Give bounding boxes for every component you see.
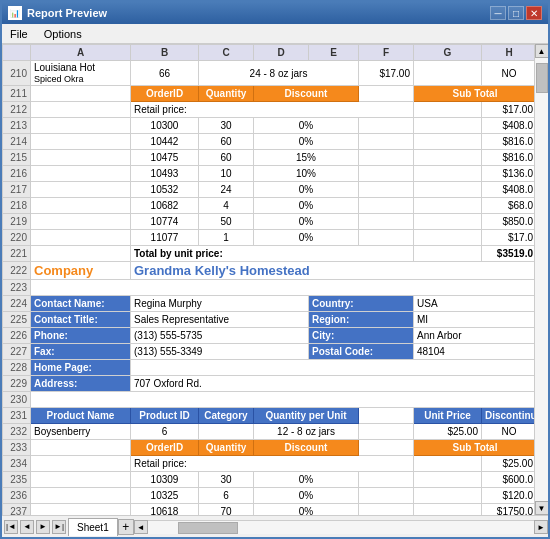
table-row: 221 Total by unit price: $3519.0 bbox=[3, 246, 535, 262]
table-row: 217 10532 24 0% $408.0 bbox=[3, 182, 535, 198]
table-row: 235 10309 30 0% $600.0 bbox=[3, 472, 535, 488]
table-row: 219 10774 50 0% $850.0 bbox=[3, 214, 535, 230]
first-sheet-button[interactable]: |◄ bbox=[4, 520, 18, 534]
table-row: 226 Phone: (313) 555-5735 City: Ann Arbo… bbox=[3, 328, 535, 344]
table-row: 215 10475 60 15% $816.0 bbox=[3, 150, 535, 166]
table-row: 237 10618 70 0% $1750.0 bbox=[3, 504, 535, 516]
table-row: 230 bbox=[3, 392, 535, 408]
menu-bar: File Options bbox=[2, 24, 548, 44]
table-row: 236 10325 6 0% $120.0 bbox=[3, 488, 535, 504]
table-row: 220 11077 1 0% $17.0 bbox=[3, 230, 535, 246]
bottom-bar: |◄ ◄ ► ►| Sheet1 + ◄ ► bbox=[2, 515, 548, 537]
scroll-down-button[interactable]: ▼ bbox=[535, 501, 549, 515]
title-controls: ─ □ ✕ bbox=[490, 6, 542, 20]
table-row: 233 OrderID Quantity Discount Sub Total bbox=[3, 440, 535, 456]
vertical-scrollbar[interactable]: ▲ ▼ bbox=[534, 44, 548, 515]
minimize-button[interactable]: ─ bbox=[490, 6, 506, 20]
table-row: 210 Louisiana HotSpiced Okra 66 24 - 8 o… bbox=[3, 61, 535, 86]
table-row: 234 Retail price: $25.00 bbox=[3, 456, 535, 472]
col-c: C bbox=[199, 45, 254, 61]
sheet-navigation: |◄ ◄ ► ►| bbox=[2, 518, 68, 536]
scroll-right-button[interactable]: ► bbox=[534, 520, 548, 534]
table-row: 227 Fax: (313) 555-3349 Postal Code: 481… bbox=[3, 344, 535, 360]
prev-sheet-button[interactable]: ◄ bbox=[20, 520, 34, 534]
col-b: B bbox=[131, 45, 199, 61]
col-a: A bbox=[31, 45, 131, 61]
col-d: D bbox=[254, 45, 309, 61]
table-row: 231 Product Name Product ID Category Qua… bbox=[3, 408, 535, 424]
col-f: F bbox=[359, 45, 414, 61]
scroll-track-h[interactable] bbox=[148, 521, 534, 534]
table-row: 211 OrderID Quantity Discount Sub Total bbox=[3, 86, 535, 102]
table-row: 216 10493 10 10% $136.0 bbox=[3, 166, 535, 182]
table-row: 224 Contact Name: Regina Murphy Country:… bbox=[3, 296, 535, 312]
col-h: H bbox=[482, 45, 535, 61]
table-row: 214 10442 60 0% $816.0 bbox=[3, 134, 535, 150]
report-preview-window: 📊 Report Preview ─ □ ✕ File Options bbox=[0, 0, 550, 539]
table-row: 232 Boysenberry 6 12 - 8 oz jars $25.00 … bbox=[3, 424, 535, 440]
table-row: 225 Contact Title: Sales Representative … bbox=[3, 312, 535, 328]
scroll-thumb-h[interactable] bbox=[178, 522, 238, 534]
window-title: Report Preview bbox=[27, 7, 107, 19]
table-row: 228 Home Page: bbox=[3, 360, 535, 376]
table-row: 213 10300 30 0% $408.0 bbox=[3, 118, 535, 134]
sheet-tab[interactable]: Sheet1 bbox=[68, 518, 118, 536]
corner-header bbox=[3, 45, 31, 61]
scroll-left-button[interactable]: ◄ bbox=[134, 520, 148, 534]
add-sheet-button[interactable]: + bbox=[118, 519, 134, 535]
app-icon: 📊 bbox=[8, 6, 22, 20]
table-row: 229 Address: 707 Oxford Rd. bbox=[3, 376, 535, 392]
horizontal-scrollbar[interactable]: ◄ ► bbox=[134, 520, 548, 534]
table-row: 212 Retail price: $17.00 bbox=[3, 102, 535, 118]
company-row: 222 Company Grandma Kelly's Homestead bbox=[3, 262, 535, 280]
scroll-track-v[interactable] bbox=[535, 58, 548, 501]
data-table: A B C D E F G H I 210 Louisia bbox=[2, 44, 534, 515]
col-e: E bbox=[309, 45, 359, 61]
table-row: 218 10682 4 0% $68.0 bbox=[3, 198, 535, 214]
col-g: G bbox=[414, 45, 482, 61]
title-bar-left: 📊 Report Preview bbox=[8, 6, 107, 20]
maximize-button[interactable]: □ bbox=[508, 6, 524, 20]
content-area: A B C D E F G H I 210 Louisia bbox=[2, 44, 548, 515]
scroll-thumb-v[interactable] bbox=[536, 63, 548, 93]
options-menu[interactable]: Options bbox=[40, 27, 86, 41]
scroll-up-button[interactable]: ▲ bbox=[535, 44, 549, 58]
file-menu[interactable]: File bbox=[6, 27, 32, 41]
last-sheet-button[interactable]: ►| bbox=[52, 520, 66, 534]
next-sheet-button[interactable]: ► bbox=[36, 520, 50, 534]
close-button[interactable]: ✕ bbox=[526, 6, 542, 20]
title-bar: 📊 Report Preview ─ □ ✕ bbox=[2, 2, 548, 24]
spreadsheet[interactable]: A B C D E F G H I 210 Louisia bbox=[2, 44, 534, 515]
table-row: 223 bbox=[3, 280, 535, 296]
